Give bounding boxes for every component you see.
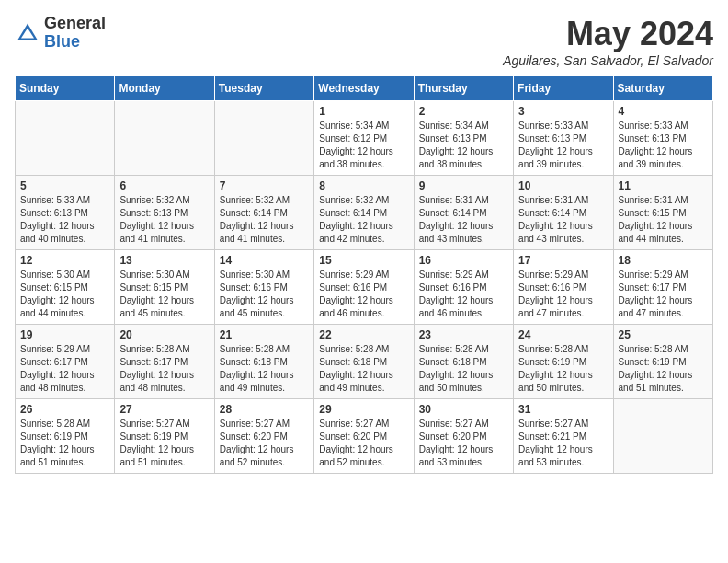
day-info: Sunrise: 5:28 AM Sunset: 6:18 PM Dayligh… [220,343,309,395]
day-number: 8 [319,179,408,192]
day-number: 3 [518,105,608,118]
day-number: 7 [220,179,309,192]
column-header-monday: Monday [115,76,214,101]
day-number: 25 [619,328,708,341]
calendar-cell: 14Sunrise: 5:30 AM Sunset: 6:16 PM Dayli… [214,250,313,325]
day-info: Sunrise: 5:29 AM Sunset: 6:17 PM Dayligh… [619,269,708,320]
day-info: Sunrise: 5:27 AM Sunset: 6:20 PM Dayligh… [220,418,309,469]
calendar-cell: 9Sunrise: 5:31 AM Sunset: 6:14 PM Daylig… [414,176,513,250]
calendar-week-2: 5Sunrise: 5:33 AM Sunset: 6:13 PM Daylig… [16,176,713,250]
calendar-cell: 3Sunrise: 5:33 AM Sunset: 6:13 PM Daylig… [514,101,613,176]
day-number: 26 [20,403,109,416]
day-number: 22 [319,328,408,341]
day-info: Sunrise: 5:28 AM Sunset: 6:19 PM Dayligh… [518,343,608,395]
day-number: 11 [619,179,708,192]
day-info: Sunrise: 5:34 AM Sunset: 6:12 PM Dayligh… [319,120,408,171]
calendar-cell [214,101,313,176]
day-number: 17 [518,254,608,267]
day-info: Sunrise: 5:33 AM Sunset: 6:13 PM Dayligh… [619,120,708,171]
day-number: 19 [20,328,109,341]
calendar-week-1: 1Sunrise: 5:34 AM Sunset: 6:12 PM Daylig… [16,101,713,176]
calendar-cell: 24Sunrise: 5:28 AM Sunset: 6:19 PM Dayli… [514,325,613,399]
day-info: Sunrise: 5:28 AM Sunset: 6:19 PM Dayligh… [20,418,109,469]
calendar-cell: 1Sunrise: 5:34 AM Sunset: 6:12 PM Daylig… [314,101,414,176]
calendar-week-4: 19Sunrise: 5:29 AM Sunset: 6:17 PM Dayli… [16,325,713,399]
day-number: 27 [119,403,209,416]
day-number: 14 [220,254,309,267]
day-info: Sunrise: 5:28 AM Sunset: 6:19 PM Dayligh… [619,343,708,395]
calendar-body: 1Sunrise: 5:34 AM Sunset: 6:12 PM Daylig… [16,101,713,474]
day-number: 21 [220,328,309,341]
calendar-cell: 26Sunrise: 5:28 AM Sunset: 6:19 PM Dayli… [16,399,115,474]
logo-text: General Blue [44,15,106,52]
day-number: 2 [419,105,508,118]
title-block: May 2024 Aguilares, San Salvador, El Sal… [503,15,713,68]
column-header-saturday: Saturday [613,76,712,101]
day-number: 24 [518,328,608,341]
day-info: Sunrise: 5:30 AM Sunset: 6:15 PM Dayligh… [119,269,209,320]
day-number: 18 [619,254,708,267]
day-info: Sunrise: 5:28 AM Sunset: 6:17 PM Dayligh… [119,343,209,395]
calendar-cell: 25Sunrise: 5:28 AM Sunset: 6:19 PM Dayli… [613,325,712,399]
logo-blue-text: Blue [44,33,106,52]
day-number: 10 [518,179,608,192]
day-number: 23 [419,328,508,341]
calendar-cell: 27Sunrise: 5:27 AM Sunset: 6:19 PM Dayli… [115,399,214,474]
day-info: Sunrise: 5:28 AM Sunset: 6:18 PM Dayligh… [419,343,508,395]
day-info: Sunrise: 5:34 AM Sunset: 6:13 PM Dayligh… [419,120,508,171]
day-info: Sunrise: 5:28 AM Sunset: 6:18 PM Dayligh… [319,343,408,395]
calendar-cell: 15Sunrise: 5:29 AM Sunset: 6:16 PM Dayli… [314,250,414,325]
day-number: 12 [20,254,109,267]
day-info: Sunrise: 5:30 AM Sunset: 6:15 PM Dayligh… [20,269,109,320]
calendar-cell: 30Sunrise: 5:27 AM Sunset: 6:20 PM Dayli… [414,399,513,474]
day-number: 4 [619,105,708,118]
calendar-cell: 19Sunrise: 5:29 AM Sunset: 6:17 PM Dayli… [16,325,115,399]
day-info: Sunrise: 5:27 AM Sunset: 6:20 PM Dayligh… [419,418,508,469]
header-row: SundayMondayTuesdayWednesdayThursdayFrid… [16,76,713,101]
day-info: Sunrise: 5:31 AM Sunset: 6:15 PM Dayligh… [619,194,708,246]
day-number: 1 [319,105,408,118]
day-info: Sunrise: 5:27 AM Sunset: 6:20 PM Dayligh… [319,418,408,469]
logo-general-text: General [44,15,106,33]
calendar-cell: 8Sunrise: 5:32 AM Sunset: 6:14 PM Daylig… [314,176,414,250]
calendar-cell: 10Sunrise: 5:31 AM Sunset: 6:14 PM Dayli… [514,176,613,250]
day-number: 29 [319,403,408,416]
calendar-cell: 21Sunrise: 5:28 AM Sunset: 6:18 PM Dayli… [214,325,313,399]
calendar-cell: 16Sunrise: 5:29 AM Sunset: 6:16 PM Dayli… [414,250,513,325]
calendar-week-5: 26Sunrise: 5:28 AM Sunset: 6:19 PM Dayli… [16,399,713,474]
location-text: Aguilares, San Salvador, El Salvador [503,53,713,68]
calendar-week-3: 12Sunrise: 5:30 AM Sunset: 6:15 PM Dayli… [16,250,713,325]
day-info: Sunrise: 5:33 AM Sunset: 6:13 PM Dayligh… [20,194,109,246]
day-number: 9 [419,179,508,192]
day-info: Sunrise: 5:29 AM Sunset: 6:16 PM Dayligh… [518,269,608,320]
calendar-cell [613,399,712,474]
day-info: Sunrise: 5:33 AM Sunset: 6:13 PM Dayligh… [518,120,608,171]
calendar-cell: 11Sunrise: 5:31 AM Sunset: 6:15 PM Dayli… [613,176,712,250]
calendar-cell: 13Sunrise: 5:30 AM Sunset: 6:15 PM Dayli… [115,250,214,325]
column-header-thursday: Thursday [414,76,513,101]
day-number: 16 [419,254,508,267]
calendar-cell: 5Sunrise: 5:33 AM Sunset: 6:13 PM Daylig… [16,176,115,250]
day-number: 30 [419,403,508,416]
calendar-cell: 7Sunrise: 5:32 AM Sunset: 6:14 PM Daylig… [214,176,313,250]
logo: General Blue [15,15,106,52]
day-info: Sunrise: 5:32 AM Sunset: 6:14 PM Dayligh… [220,194,309,246]
calendar-cell: 4Sunrise: 5:33 AM Sunset: 6:13 PM Daylig… [613,101,712,176]
calendar-cell [16,101,115,176]
day-number: 5 [20,179,109,192]
day-info: Sunrise: 5:31 AM Sunset: 6:14 PM Dayligh… [419,194,508,246]
calendar-cell: 20Sunrise: 5:28 AM Sunset: 6:17 PM Dayli… [115,325,214,399]
day-info: Sunrise: 5:31 AM Sunset: 6:14 PM Dayligh… [518,194,608,246]
calendar-cell: 29Sunrise: 5:27 AM Sunset: 6:20 PM Dayli… [314,399,414,474]
day-number: 28 [220,403,309,416]
calendar-cell: 23Sunrise: 5:28 AM Sunset: 6:18 PM Dayli… [414,325,513,399]
column-header-friday: Friday [514,76,613,101]
calendar-cell: 12Sunrise: 5:30 AM Sunset: 6:15 PM Dayli… [16,250,115,325]
calendar-cell: 6Sunrise: 5:32 AM Sunset: 6:13 PM Daylig… [115,176,214,250]
day-number: 31 [518,403,608,416]
calendar-cell [115,101,214,176]
day-info: Sunrise: 5:27 AM Sunset: 6:19 PM Dayligh… [119,418,209,469]
day-info: Sunrise: 5:29 AM Sunset: 6:17 PM Dayligh… [20,343,109,395]
day-number: 6 [119,179,209,192]
column-header-tuesday: Tuesday [214,76,313,101]
